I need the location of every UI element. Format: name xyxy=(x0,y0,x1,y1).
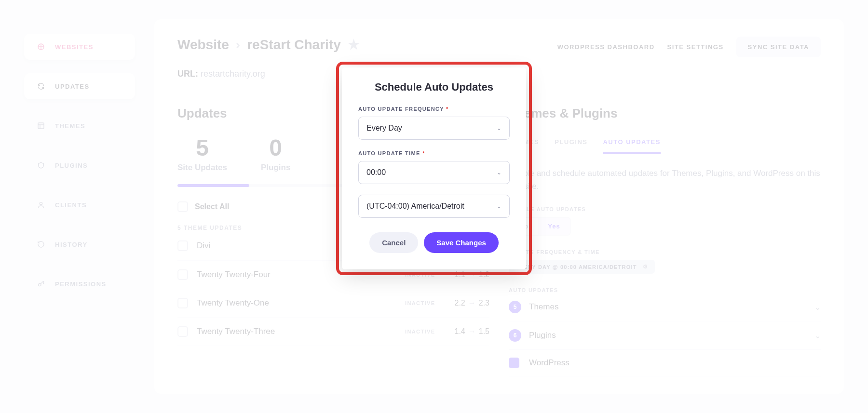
chevron-down-icon: ⌄ xyxy=(497,125,502,132)
modal-actions: Cancel Save Changes xyxy=(358,232,510,253)
cancel-button[interactable]: Cancel xyxy=(369,232,418,253)
save-button[interactable]: Save Changes xyxy=(424,232,499,253)
frequency-value: Every Day xyxy=(366,124,402,133)
required-mark: * xyxy=(422,150,425,156)
frequency-select[interactable]: Every Day ⌄ xyxy=(358,117,510,140)
freq-field-label: Auto Update Frequency * xyxy=(358,106,510,112)
time-value: 00:00 xyxy=(366,168,386,177)
time-select[interactable]: 00:00 ⌄ xyxy=(358,161,510,184)
modal-overlay[interactable]: Schedule Auto Updates Auto Update Freque… xyxy=(0,0,868,413)
chevron-down-icon: ⌄ xyxy=(497,203,502,210)
chevron-down-icon: ⌄ xyxy=(497,169,502,176)
modal-title: Schedule Auto Updates xyxy=(358,81,510,93)
timezone-select[interactable]: (UTC-04:00) America/Detroit ⌄ xyxy=(358,195,510,218)
modal-highlight-border: Schedule Auto Updates Auto Update Freque… xyxy=(336,62,532,275)
time-field-label: Auto Update Time * xyxy=(358,150,510,156)
required-mark: * xyxy=(446,106,449,112)
timezone-value: (UTC-04:00) America/Detroit xyxy=(366,202,464,211)
schedule-modal: Schedule Auto Updates Auto Update Freque… xyxy=(342,67,526,269)
